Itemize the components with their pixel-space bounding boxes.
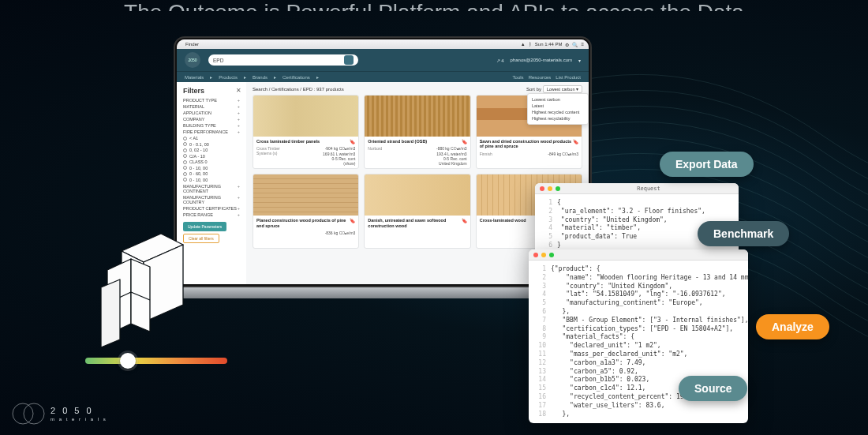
wifi2-icon: ⚙ [565,42,569,47]
traffic-close-icon[interactable] [540,186,544,191]
app-header: 2050 EPD ↗ 4 phanos@2050-materials.com ▾ [177,49,589,71]
wifi-icon: ▲ [521,42,526,47]
app-subnav: Materials▸ Products▸ Brands▸ Certificati… [177,71,589,82]
traffic-close-icon[interactable] [533,253,538,257]
product-title: Planed construction wood products of pin… [256,218,355,228]
bookmark-icon[interactable]: 🔖 [573,139,578,144]
material-diagram [93,221,219,347]
analyze-button[interactable]: Analyze [756,314,829,339]
filter-radio[interactable]: 0, 02 - 10 [183,148,240,152]
svg-marker-7 [101,279,120,347]
search-menubar-icon: 🔍 [572,42,578,47]
app-logo[interactable]: 2050 [185,52,200,68]
filter-radio[interactable]: 0 - 0.1, 00 [183,142,240,147]
search-button[interactable] [344,55,354,65]
filter-radio[interactable]: C/A - 10 [183,154,240,159]
filter-radio[interactable]: 0 - 60, 00 [183,171,240,176]
menu-icon: ≡ [581,42,584,47]
product-card[interactable]: 🔖 Danish, untreated and sawn softwood co… [364,174,470,248]
benchmark-button[interactable]: Benchmark [698,221,789,246]
nav-materials[interactable]: Materials [185,75,204,80]
filter-group[interactable]: BUILDING TYPE+ [183,123,240,128]
menubar-app-name: Finder [185,42,199,47]
filter-group[interactable]: COMPANY+ [183,117,240,122]
breadcrumb: Search / Certifications / EPD : 937 prod… [253,87,344,92]
brand-name: 2 0 5 0 [51,406,94,415]
search-value: EPD [213,58,223,63]
macos-menubar: Finder ▲ ᛒ Sun 1:44 PM ⚙ 🔍 ≡ [177,39,589,49]
sort-dropdown: Lowest carbonLatestHighest recycled cont… [527,93,589,125]
sort-option[interactable]: Lowest carbon [532,96,584,103]
filters-title: Filters [183,87,240,95]
product-thumbnail [253,174,358,216]
svg-marker-4 [131,259,150,332]
product-card[interactable]: 🔖 Planed construction wood products of p… [253,174,359,248]
product-tag: Cross TimberSystems (s) [256,146,280,166]
product-thumbnail [253,96,358,137]
product-metrics: -836 kg CO₂e/m3 [325,231,356,246]
sort-option[interactable]: Latest [532,103,584,109]
svg-point-9 [24,403,44,424]
filter-radio[interactable]: 0 - 10, 00 [183,166,240,171]
filter-group[interactable]: FIRE PERFORMANCE+ [183,129,240,134]
traffic-min-icon[interactable] [548,186,552,191]
source-button[interactable]: Source [679,376,747,401]
export-data-button[interactable]: Export Data [660,152,754,177]
sort-select[interactable]: Lowest carbon ▾ [543,85,582,93]
nav-certifications[interactable]: Certifications [282,75,310,80]
filter-radio[interactable]: < A1 [183,136,240,141]
filter-group[interactable]: APPLICATION+ [183,111,240,115]
user-email[interactable]: phanos@2050-materials.com [511,58,572,62]
filter-group[interactable]: MANUFACTURING CONTINENT+ [183,184,240,193]
filter-group[interactable]: PRICE RANGE+ [183,212,240,217]
close-icon[interactable]: ✕ [236,87,241,94]
nav-brands[interactable]: Brands [253,75,268,80]
product-title: Cross laminated timber panels [256,139,355,144]
bookmark-icon[interactable]: 🔖 [350,139,355,144]
menubar-time: Sun 1:44 PM [535,42,563,47]
brand-logo: 2 0 5 0 m a t e r i a l s [11,400,107,427]
product-title: Oriented strand board (OSB) [368,139,466,144]
carbon-gradient-slider[interactable] [85,355,227,366]
product-card[interactable]: 🔖 Oriented strand board (OSB) Norbord -8… [364,95,470,169]
product-title: Sawn and dried construction wood product… [480,139,578,149]
bookmark-icon[interactable]: 🔖 [462,139,467,144]
nav-list-product[interactable]: List Product [556,75,581,80]
filter-group[interactable]: PRODUCT CERTIFICATES+ [183,206,240,211]
bluetooth-icon: ᛒ [529,42,532,47]
headline: The Outcome is Powerful Platform and API… [32,0,836,11]
filter-group[interactable]: MANUFACTURING COUNTRY+ [183,195,240,204]
traffic-min-icon[interactable] [541,253,546,257]
search-input[interactable]: EPD [208,54,358,66]
traffic-max-icon[interactable] [556,186,560,191]
product-thumbnail [365,96,470,137]
brand-sub: m a t e r i a l s [51,417,107,422]
filter-radio[interactable]: 0 - 10, 00 [183,178,240,182]
slider-track [85,358,227,364]
bookmark-icon[interactable]: 🔖 [462,218,467,223]
product-tag: Norbord [368,146,382,166]
product-metrics: -904 kg CO₂e/m3169.61 L water/m30-5 Rec.… [323,146,355,166]
product-title: Danish, untreated and sawn softwood cons… [368,218,466,228]
nav-tools[interactable]: Tools [513,75,524,80]
sort-option[interactable]: Highest recycled content [532,109,584,115]
sort-option[interactable]: Highest recyclability [532,115,584,122]
slider-knob[interactable] [120,353,136,369]
sort-label: Sort by [526,87,541,92]
product-metrics: -880 kg CO₂e/m3193.4 L water/m30-5 Rec. … [436,146,467,166]
traffic-max-icon[interactable] [549,253,554,257]
nav-products[interactable]: Products [219,75,238,80]
code1-title: Request [637,186,660,192]
bookmark-icon[interactable]: 🔖 [350,218,355,223]
product-card[interactable]: 🔖 Cross laminated timber panels Cross Ti… [253,95,359,169]
product-tag: Finnish [480,152,492,167]
chevron-down-icon[interactable]: ▾ [578,58,581,63]
filter-radio[interactable]: CLASS 0 [183,159,240,164]
share-badge[interactable]: ↗ 4 [496,58,504,63]
filter-group[interactable]: MATERIAL+ [183,104,240,109]
filter-group[interactable]: PRODUCT TYPE+ [183,98,240,103]
svg-point-8 [13,403,33,424]
nav-resources[interactable]: Resources [529,75,552,80]
product-metrics: -849 kg CO₂e/m3 [548,152,578,167]
product-thumbnail [365,174,470,216]
